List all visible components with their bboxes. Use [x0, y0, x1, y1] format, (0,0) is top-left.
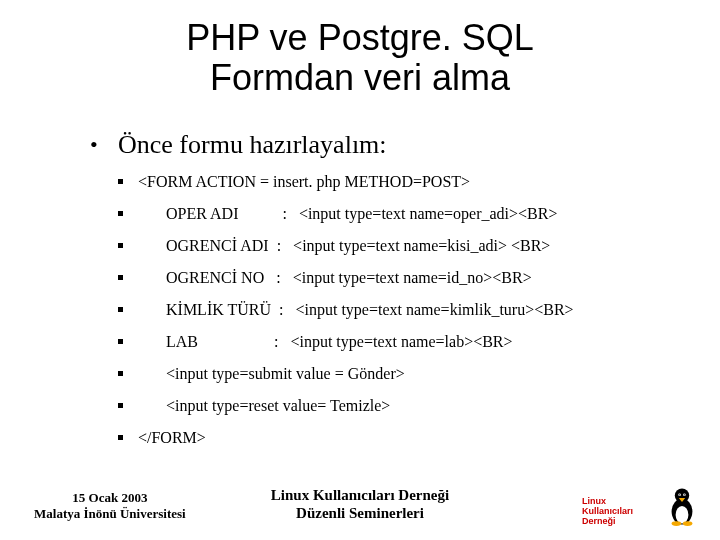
code-line: </FORM> — [90, 428, 690, 448]
penguin-icon — [666, 486, 698, 526]
code-text: OPER ADI : <input type=text name=oper_ad… — [138, 204, 557, 224]
footer-series: Düzenli Seminerleri — [296, 505, 424, 521]
logo: Linux Kullanıcıları Derneği — [582, 480, 702, 526]
code-line: <FORM ACTION = insert. php METHOD=POST> — [90, 172, 690, 192]
svg-point-1 — [676, 506, 689, 524]
logo-line-1: Linux Kullanıcıları — [582, 496, 633, 516]
code-line: KİMLİK TÜRÜ : <input type=text name=kiml… — [90, 300, 690, 320]
code-text: KİMLİK TÜRÜ : <input type=text name=kiml… — [138, 300, 574, 320]
svg-point-8 — [683, 521, 693, 526]
footer-org: Linux Kullanıcıları Derneği — [271, 487, 449, 503]
logo-text: Linux Kullanıcıları Derneği — [582, 496, 652, 526]
svg-point-6 — [684, 494, 685, 495]
code-text: LAB : <input type=text name=lab><BR> — [138, 332, 513, 352]
code-text: <FORM ACTION = insert. php METHOD=POST> — [138, 173, 470, 190]
slide-title: PHP ve Postgre. SQL Formdan veri alma — [0, 18, 720, 98]
slide: PHP ve Postgre. SQL Formdan veri alma Ön… — [0, 0, 720, 540]
code-text: OGRENCİ NO : <input type=text name=id_no… — [138, 268, 532, 288]
code-text: OGRENCİ ADI : <input type=text name=kisi… — [138, 236, 550, 256]
logo-line-2: Derneği — [582, 516, 616, 526]
svg-point-5 — [679, 494, 680, 495]
title-line-2: Formdan veri alma — [210, 57, 510, 98]
svg-point-7 — [672, 521, 682, 526]
code-line: <input type=reset value= Temizle> — [90, 396, 690, 416]
code-line: <input type=submit value = Gönder> — [90, 364, 690, 384]
code-line: LAB : <input type=text name=lab><BR> — [90, 332, 690, 352]
code-text: <input type=submit value = Gönder> — [138, 364, 405, 384]
content-area: Önce formu hazırlayalım: <FORM ACTION = … — [90, 130, 690, 460]
code-line: OGRENCİ NO : <input type=text name=id_no… — [90, 268, 690, 288]
code-text: <input type=reset value= Temizle> — [138, 396, 390, 416]
heading-text: Önce formu hazırlayalım: — [118, 130, 387, 159]
code-line: OGRENCİ ADI : <input type=text name=kisi… — [90, 236, 690, 256]
heading-bullet: Önce formu hazırlayalım: — [90, 130, 690, 160]
title-line-1: PHP ve Postgre. SQL — [186, 17, 534, 58]
code-text: </FORM> — [138, 429, 206, 446]
code-line: OPER ADI : <input type=text name=oper_ad… — [90, 204, 690, 224]
